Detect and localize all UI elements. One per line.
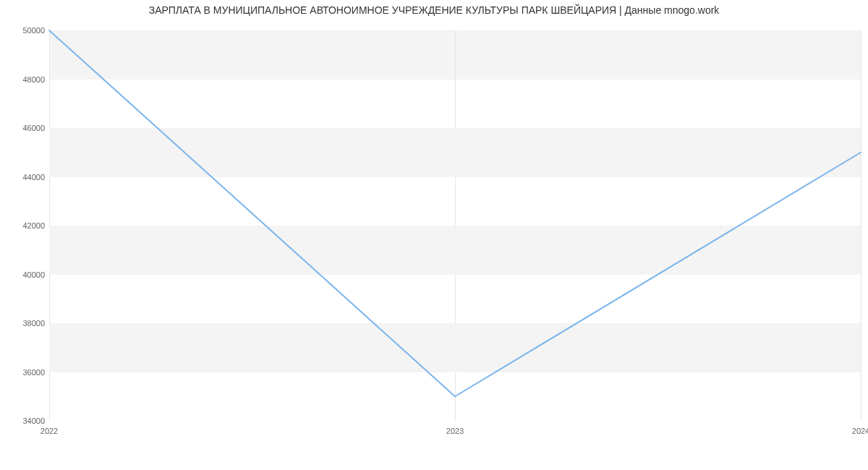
y-tick-label: 38000 [4, 319, 45, 328]
y-tick-label: 48000 [4, 75, 45, 84]
y-tick-label: 34000 [4, 416, 45, 425]
chart-container: ЗАРПЛАТА В МУНИЦИПАЛЬНОЕ АВТОНОИМНОЕ УЧР… [0, 0, 868, 470]
chart-title: ЗАРПЛАТА В МУНИЦИПАЛЬНОЕ АВТОНОИМНОЕ УЧР… [0, 4, 868, 16]
x-tick-label: 2023 [446, 427, 464, 435]
y-tick-label: 50000 [4, 26, 45, 35]
x-tick-label: 2022 [41, 427, 58, 435]
x-tick-label: 2024 [852, 427, 868, 435]
y-tick-label: 42000 [4, 221, 45, 230]
x-gridline [861, 30, 861, 421]
y-tick-label: 40000 [4, 270, 45, 279]
data-line [49, 30, 861, 396]
line-series [49, 30, 861, 421]
plot-area [49, 30, 861, 421]
y-tick-label: 44000 [4, 173, 45, 181]
y-tick-label: 46000 [4, 124, 45, 132]
y-tick-label: 36000 [4, 368, 45, 377]
